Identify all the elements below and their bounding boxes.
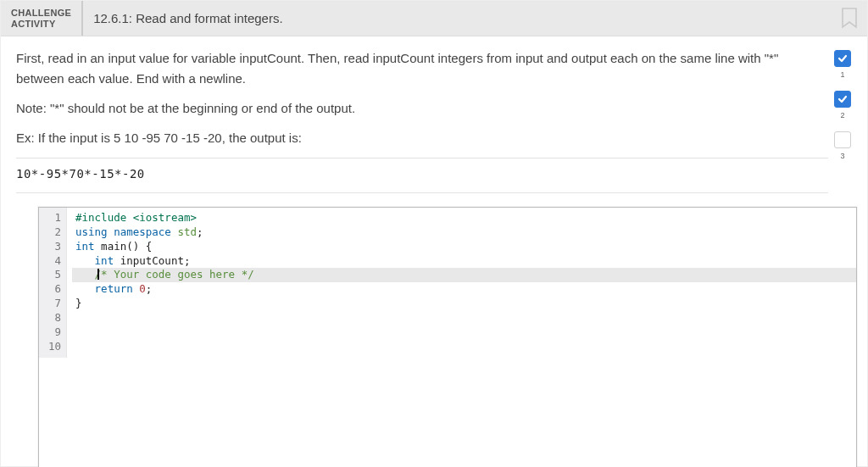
activity-header: CHALLENGE ACTIVITY 12.6.1: Read and form…	[1, 1, 867, 36]
instruction-p1: First, read in an input value for variab…	[16, 48, 828, 88]
code-token: using	[75, 225, 114, 238]
code-token: ;	[197, 225, 203, 238]
code-token: #include	[75, 211, 133, 224]
code-token	[75, 268, 95, 281]
instruction-note: Note: "*" should not be at the beginning…	[16, 98, 828, 118]
code-line[interactable]: int main() {	[72, 240, 856, 254]
code-token: return	[95, 282, 140, 295]
progress-step-1[interactable]	[834, 50, 851, 67]
example-label: Ex: If the input is 5 10 -95 70 -15 -20,…	[16, 128, 828, 147]
line-number: 5	[47, 268, 61, 282]
code-lines[interactable]: #include <iostream>using namespace std;i…	[67, 208, 856, 358]
line-number: 3	[47, 240, 61, 254]
code-token	[75, 282, 95, 295]
instructions: First, read in an input value for variab…	[16, 48, 828, 200]
code-token: int	[75, 240, 101, 253]
code-token: std	[177, 225, 197, 238]
activity-title: 12.6.1: Read and format integers.	[83, 11, 292, 25]
check-icon	[837, 53, 849, 64]
divider	[16, 158, 828, 158]
progress-step-number: 3	[840, 152, 844, 160]
line-number: 1	[47, 211, 61, 225]
line-number: 6	[47, 282, 61, 297]
code-line[interactable]: return 0;	[72, 282, 856, 297]
line-number: 9	[47, 325, 61, 340]
activity-type-label: CHALLENGE ACTIVITY	[1, 1, 83, 36]
code-token: }	[75, 297, 82, 309]
code-line[interactable]: int inputCount;	[72, 254, 856, 269]
progress-step-number: 1	[840, 70, 844, 79]
check-icon	[837, 93, 849, 105]
code-token: <iostream>	[133, 211, 197, 224]
code-line[interactable]: using namespace std;	[72, 225, 856, 240]
code-line[interactable]: #include <iostream>	[72, 211, 856, 225]
code-token: inputCount;	[120, 254, 191, 267]
code-area: 12345678910 #include <iostream>using nam…	[39, 208, 856, 358]
progress-step-2[interactable]	[834, 91, 851, 108]
bookmark-icon	[840, 7, 859, 31]
code-token: namespace	[114, 225, 177, 238]
line-gutter: 12345678910	[39, 208, 67, 358]
line-number: 2	[47, 225, 61, 240]
code-editor[interactable]: 12345678910 #include <iostream>using nam…	[38, 207, 857, 467]
activity-type-line2: ACTIVITY	[11, 19, 56, 29]
bookmark-button[interactable]	[838, 5, 860, 32]
progress-step-3[interactable]	[834, 131, 851, 148]
activity-body: First, read in an input value for variab…	[1, 36, 867, 200]
code-token: main() {	[101, 240, 152, 253]
code-token: int	[95, 254, 120, 267]
line-number: 7	[47, 297, 61, 311]
line-number: 4	[47, 254, 61, 269]
code-token: 0	[139, 282, 146, 295]
text-cursor	[97, 269, 99, 280]
progress-column: 123	[828, 48, 857, 200]
code-token	[75, 254, 95, 267]
progress-step-number: 2	[840, 111, 844, 120]
divider	[16, 192, 828, 193]
code-line[interactable]: }	[72, 297, 856, 311]
code-token: /* Your code goes here */	[95, 268, 254, 281]
code-line[interactable]: /* Your code goes here */	[72, 268, 856, 282]
line-number: 10	[47, 340, 61, 354]
line-number: 8	[47, 311, 61, 325]
activity-type-line1: CHALLENGE	[11, 8, 71, 18]
activity-page: CHALLENGE ACTIVITY 12.6.1: Read and form…	[0, 0, 868, 467]
example-output: 10*-95*70*-15*-20	[16, 165, 828, 184]
code-token: ;	[146, 282, 153, 295]
